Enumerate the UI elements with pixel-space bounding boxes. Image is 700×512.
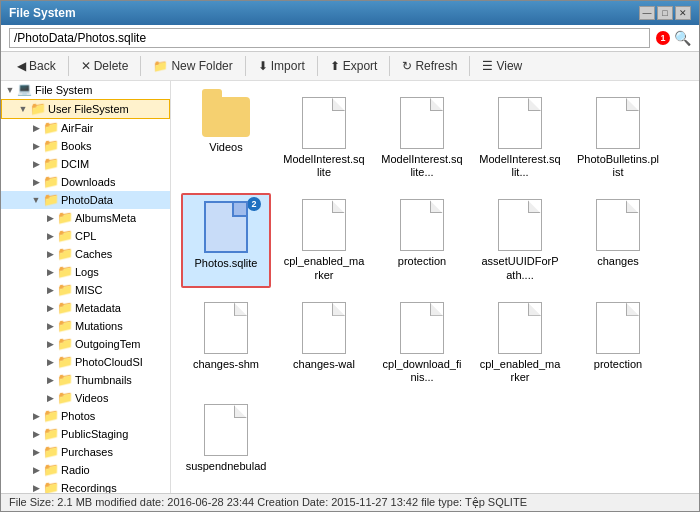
doc-icon-suspendnebulad (204, 404, 248, 456)
file-item-videos[interactable]: Videos (181, 91, 271, 185)
sidebar-item-mutations[interactable]: ▶ 📁 Mutations (1, 317, 170, 335)
sidebar-dcim-label: DCIM (61, 158, 89, 170)
view-button[interactable]: ☰ View (474, 56, 530, 76)
sidebar-item-misc[interactable]: ▶ 📁 MISC (1, 281, 170, 299)
file-item-changeswal[interactable]: changes-wal (279, 296, 369, 390)
folder-icon: 📁 (57, 228, 73, 244)
main-window: File System — □ ✕ 1 🔍 ◀ Back ✕ Delete 📁 … (0, 0, 700, 512)
folder-icon: 📁 (43, 156, 59, 172)
export-icon: ⬆ (330, 59, 340, 73)
new-folder-label: New Folder (171, 59, 232, 73)
sidebar-item-cpl[interactable]: ▶ 📁 CPL (1, 227, 170, 245)
expand-icon: ▶ (29, 427, 43, 441)
file-item-assetuuid[interactable]: assetUUIDForPath.... (475, 193, 565, 287)
file-item-suspendnebulad[interactable]: suspendnebulad (181, 398, 271, 479)
file-name-modelinterest1: ModelInterest.sqlite (283, 153, 365, 179)
import-icon: ⬇ (258, 59, 268, 73)
sidebar-item-publicstaging[interactable]: ▶ 📁 PublicStaging (1, 425, 170, 443)
file-item-cplenabled2[interactable]: cpl_enabled_marker (475, 296, 565, 390)
doc-icon-modelinterest2 (400, 97, 444, 149)
sidebar-item-photodata[interactable]: ▼ 📁 PhotoData (1, 191, 170, 209)
sidebar-item-thumbnails[interactable]: ▶ 📁 Thumbnails (1, 371, 170, 389)
folder-icon: 📁 (43, 426, 59, 442)
new-folder-button[interactable]: 📁 New Folder (145, 56, 240, 76)
sidebar-photos-label: Photos (61, 410, 95, 422)
sidebar-item-albumsmeta[interactable]: ▶ 📁 AlbumsMeta (1, 209, 170, 227)
expand-icon: ▶ (43, 283, 57, 297)
sidebar-purchases-label: Purchases (61, 446, 113, 458)
folder-icon: 📁 (43, 138, 59, 154)
sidebar-recordings-label: Recordings (61, 482, 117, 493)
file-name-protection2: protection (594, 358, 642, 371)
expand-icon: ▶ (43, 373, 57, 387)
minimize-button[interactable]: — (639, 6, 655, 20)
file-item-modelinterest1[interactable]: ModelInterest.sqlite (279, 91, 369, 185)
sidebar-item-videos-sub[interactable]: ▶ 📁 Videos (1, 389, 170, 407)
folder-icon: 📁 (57, 210, 73, 226)
sidebar-item-userfs[interactable]: ▼ 📁 User FileSystem (1, 99, 170, 119)
sidebar-item-photoclouds[interactable]: ▶ 📁 PhotoCloudSI (1, 353, 170, 371)
sidebar-item-radio[interactable]: ▶ 📁 Radio (1, 461, 170, 479)
file-item-modelinterest2[interactable]: ModelInterest.sqlite... (377, 91, 467, 185)
file-item-changes[interactable]: changes (573, 193, 663, 287)
sidebar-photocloudsi-label: PhotoCloudSI (75, 356, 143, 368)
sidebar-downloads-label: Downloads (61, 176, 115, 188)
file-area: Videos ModelInterest.sqlite ModelInteres… (171, 81, 699, 493)
sidebar-item-dcim[interactable]: ▶ 📁 DCIM (1, 155, 170, 173)
file-item-cpldownload[interactable]: cpl_download_finis... (377, 296, 467, 390)
export-button[interactable]: ⬆ Export (322, 56, 386, 76)
folder-icon: 📁 (43, 480, 59, 493)
sidebar-item-caches[interactable]: ▶ 📁 Caches (1, 245, 170, 263)
file-name-protection1: protection (398, 255, 446, 268)
expand-icon: ▶ (29, 481, 43, 493)
sep-5 (389, 56, 390, 76)
file-item-protection2[interactable]: protection (573, 296, 663, 390)
badge-2: 2 (247, 197, 261, 211)
sidebar-item-downloads[interactable]: ▶ 📁 Downloads (1, 173, 170, 191)
import-button[interactable]: ⬇ Import (250, 56, 313, 76)
sidebar-item-books[interactable]: ▶ 📁 Books (1, 137, 170, 155)
refresh-button[interactable]: ↻ Refresh (394, 56, 465, 76)
sidebar-item-outgoingt[interactable]: ▶ 📁 OutgoingTem (1, 335, 170, 353)
doc-icon-modelinterest1 (302, 97, 346, 149)
close-button[interactable]: ✕ (675, 6, 691, 20)
file-name-modelinterest2: ModelInterest.sqlite... (381, 153, 463, 179)
sidebar-item-filesystem[interactable]: ▼ 💻 File System (1, 81, 170, 99)
sidebar-item-logs[interactable]: ▶ 📁 Logs (1, 263, 170, 281)
delete-icon: ✕ (81, 59, 91, 73)
address-input[interactable] (9, 28, 650, 48)
file-name-videos: Videos (209, 141, 242, 154)
sidebar-fs-label: File System (35, 84, 92, 96)
expand-icon: ▶ (29, 139, 43, 153)
file-name-cplenabled1: cpl_enabled_marker (283, 255, 365, 281)
file-item-protection1[interactable]: protection (377, 193, 467, 287)
file-name-cplenabled2: cpl_enabled_marker (479, 358, 561, 384)
file-item-cplenabled1[interactable]: cpl_enabled_marker (279, 193, 369, 287)
expand-icon: ▼ (3, 83, 17, 97)
file-item-photobulletins[interactable]: PhotoBulletins.plist (573, 91, 663, 185)
back-button[interactable]: ◀ Back (9, 56, 64, 76)
new-folder-icon: 📁 (153, 59, 168, 73)
file-item-modelinterest3[interactable]: ModelInterest.sqlit... (475, 91, 565, 185)
sep-1 (68, 56, 69, 76)
expand-icon: ▶ (29, 409, 43, 423)
sidebar-item-metadata[interactable]: ▶ 📁 Metadata (1, 299, 170, 317)
sidebar: ▼ 💻 File System ▼ 📁 User FileSystem ▶ 📁 … (1, 81, 171, 493)
sidebar-item-photos[interactable]: ▶ 📁 Photos (1, 407, 170, 425)
back-label: Back (29, 59, 56, 73)
file-item-photossqlite[interactable]: 2 Photos.sqlite (181, 193, 271, 287)
file-item-changesshm[interactable]: changes-shm (181, 296, 271, 390)
expand-icon: ▶ (43, 247, 57, 261)
doc-icon-cpldownload (400, 302, 444, 354)
expand-icon: ▶ (29, 175, 43, 189)
sidebar-misc-label: MISC (75, 284, 103, 296)
sidebar-item-recordings[interactable]: ▶ 📁 Recordings (1, 479, 170, 493)
sidebar-item-airfair[interactable]: ▶ 📁 AirFair (1, 119, 170, 137)
delete-button[interactable]: ✕ Delete (73, 56, 137, 76)
folder-icon: 📁 (43, 120, 59, 136)
search-button[interactable]: 🔍 (674, 30, 691, 46)
folder-icon: 📁 (57, 300, 73, 316)
sidebar-item-purchases[interactable]: ▶ 📁 Purchases (1, 443, 170, 461)
file-name-changes: changes (597, 255, 639, 268)
maximize-button[interactable]: □ (657, 6, 673, 20)
